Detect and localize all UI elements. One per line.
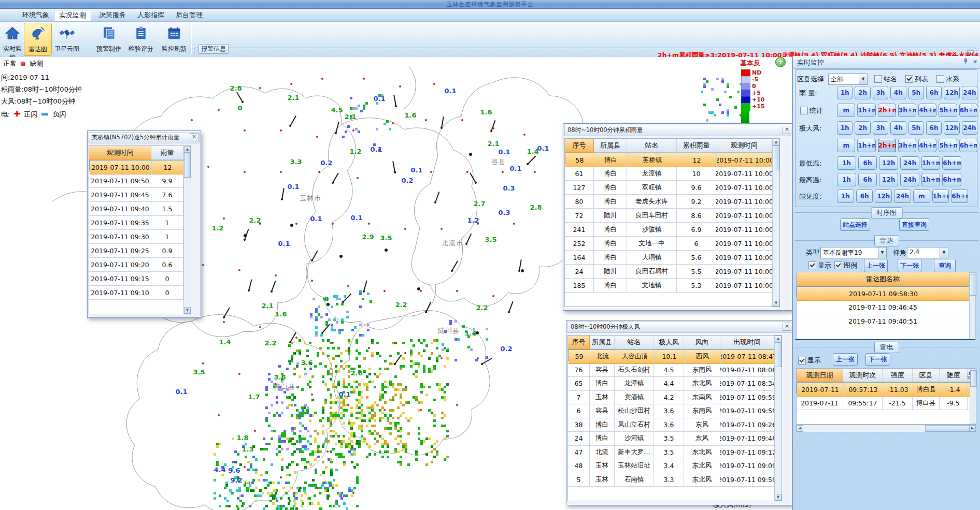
period-button[interactable]: m — [837, 139, 855, 152]
period-button[interactable]: 6h — [858, 156, 877, 170]
column-header-4[interactable]: 累积雨量 — [677, 139, 716, 153]
lightning-prev-button[interactable]: 上一张 — [833, 353, 858, 366]
table-row[interactable]: 2019-07-11 10:0012 — [89, 160, 184, 171]
period-button[interactable]: 3h — [873, 121, 888, 135]
period-button[interactable]: 5h+m — [939, 104, 957, 117]
period-button[interactable]: 1h+m — [921, 156, 941, 170]
radar-type-select[interactable]: 基本反射率19▼ — [820, 247, 887, 258]
scroll-right-icon[interactable]: ▶ — [969, 425, 976, 432]
table-row[interactable]: 7玉林卖酒镇4.2东南风2019-07-11 09:59 — [568, 391, 782, 405]
period-button[interactable]: 1h — [837, 156, 856, 170]
table-row[interactable]: 61博白龙潭镇102019-07-11 10:00 — [565, 167, 779, 181]
period-button[interactable]: 6h+m — [942, 173, 961, 186]
radar-list-item[interactable]: 2019-07-11 09:58:30 — [797, 286, 971, 298]
station-select-button[interactable]: 站点选择 — [840, 218, 870, 231]
table-row[interactable]: 65博白龙潭镇4.4东北风2019-07-11 08:34 — [568, 377, 782, 391]
period-button[interactable]: 2h+m — [878, 139, 896, 152]
table-row[interactable]: 59北流大容山顶10.1西风2019-07-11 08:47 — [568, 349, 775, 361]
column-header-5[interactable]: 观测时间 — [716, 139, 772, 153]
radar-list-scrollbar[interactable] — [969, 272, 976, 340]
period-button[interactable]: 4h — [890, 86, 906, 99]
scroll-down-icon[interactable]: ▼ — [773, 300, 779, 307]
scrollbar-thumb[interactable] — [184, 153, 191, 178]
close-icon[interactable]: × — [783, 323, 791, 331]
period-button[interactable]: 3h+m — [898, 139, 916, 152]
table-row[interactable]: 185博白文地镇5.32019-07-11 10:00 — [565, 279, 779, 293]
period-button[interactable]: 6h — [926, 86, 942, 99]
table-row[interactable]: 38博白凤山立石村3.6东风2019-07-11 09:26 — [568, 418, 782, 432]
lightning-show-checkbox[interactable] — [798, 357, 806, 365]
radar-elev-select[interactable]: 2.4▼ — [907, 247, 948, 258]
scroll-up-icon[interactable]: ▲ — [775, 336, 782, 342]
table-row[interactable]: 2019-07-11 09:401.5 — [89, 202, 191, 216]
table-row[interactable]: 2019-07-11 09:250.9 — [89, 244, 191, 258]
period-button[interactable]: 1h+m — [857, 139, 875, 152]
table-row[interactable]: 6容县松山沙田村3.6东南风2019-07-11 09:59 — [568, 404, 782, 418]
close-icon[interactable]: ✕ — [971, 58, 979, 66]
panel-titlebar[interactable]: 英桥镇(N5702)逐5分钟累计雨量 — [89, 132, 200, 143]
query-button[interactable]: 查询 — [934, 259, 956, 272]
scroll-left-icon[interactable]: ◀ — [797, 425, 803, 432]
period-button[interactable]: 3h — [873, 86, 888, 99]
panel-scrollbar[interactable]: ▲▼ — [774, 336, 782, 501]
lightning-column-header[interactable]: 观测日期 — [797, 369, 843, 382]
period-button[interactable]: 1h — [837, 190, 854, 203]
period-button[interactable]: 5h+m — [939, 139, 957, 152]
next-image-button[interactable]: 下一张 — [898, 259, 921, 272]
table-row[interactable]: 164博白大垌镇5.62019-07-11 10:00 — [565, 251, 779, 265]
period-button[interactable]: 6h+m — [942, 156, 961, 170]
legend-checkbox[interactable] — [834, 261, 842, 269]
direct-query-button[interactable]: 直接查询 — [899, 218, 929, 231]
lightning-next-button[interactable]: 下一张 — [865, 353, 890, 366]
period-button[interactable]: 12h — [879, 156, 898, 170]
table-row[interactable]: 5玉林石南镇3.3东北风2019-07-11 09:59 — [568, 473, 782, 487]
legend-add-button[interactable]: + — [775, 57, 786, 67]
column-header-1[interactable]: 序号 — [568, 336, 590, 349]
period-button[interactable]: 6h+m — [959, 104, 977, 117]
scrollbar-thumb[interactable] — [925, 425, 970, 432]
table-row[interactable]: 47北流新丰大罗…3.5东北风2019-07-11 09:12 — [568, 446, 782, 460]
period-button[interactable]: 1h+m — [921, 173, 941, 186]
scroll-down-icon[interactable]: ▼ — [775, 494, 782, 501]
period-button[interactable]: 2h+m — [878, 104, 896, 117]
scroll-up-icon[interactable]: ▲ — [773, 139, 779, 145]
panel-scrollbar[interactable]: ▲▼ — [183, 146, 191, 314]
table-row[interactable]: 80博白老虎头水库9.22019-07-11 10:00 — [565, 195, 779, 209]
period-button[interactable]: 5h — [908, 86, 924, 99]
table-row[interactable]: 2019-07-11 09:200.6 — [89, 258, 191, 272]
column-header-2[interactable]: 雨量 — [151, 146, 183, 160]
table-row[interactable]: 2019-07-11 09:509.9 — [89, 174, 191, 188]
period-button[interactable]: 12h — [944, 86, 959, 99]
scrollbar-thumb[interactable] — [773, 145, 779, 170]
period-button[interactable]: 1h+m — [857, 104, 875, 117]
column-header-3[interactable]: 站名 — [627, 139, 677, 153]
period-button[interactable]: 12h — [879, 173, 898, 186]
period-button[interactable]: 2h — [855, 86, 870, 99]
table-row[interactable]: 2019-07-11 09:351 — [89, 216, 191, 230]
table-row[interactable]: 127博白双旺镇9.62019-07-11 10:00 — [565, 181, 779, 195]
period-button[interactable]: 3h+m — [898, 104, 916, 117]
period-button[interactable]: 24h — [962, 121, 977, 135]
district-select[interactable]: 全部▼ — [828, 74, 868, 85]
period-button[interactable]: 2h — [855, 121, 870, 135]
scroll-up-icon[interactable]: ▲ — [184, 146, 191, 153]
lightning-row[interactable]: 2019-07-1109:55:17-21.5博白县-9.511 — [797, 396, 976, 410]
lightning-column-header[interactable]: 区县 — [913, 369, 940, 382]
panel-scrollbar[interactable]: ▲▼ — [772, 139, 779, 307]
pin-icon[interactable] — [962, 58, 970, 66]
column-header-5[interactable]: 风向 — [684, 336, 720, 349]
period-button[interactable]: 6h+m — [951, 190, 968, 203]
prev-image-button[interactable]: 上一张 — [864, 259, 888, 272]
table-row[interactable]: 72陆川良田车田村8.62019-07-11 10:00 — [565, 209, 779, 223]
period-button[interactable]: 4h+m — [918, 139, 936, 152]
period-button[interactable]: 6h — [858, 173, 877, 186]
period-button[interactable]: 1h — [837, 86, 853, 99]
period-button[interactable]: 24h — [900, 173, 919, 186]
period-button[interactable]: 1h — [837, 121, 853, 135]
period-button[interactable]: 6h — [926, 121, 942, 135]
period-button[interactable]: 24h — [900, 156, 919, 170]
period-button[interactable]: 6h — [856, 190, 873, 203]
stat-checkbox[interactable] — [800, 107, 808, 114]
show-checkbox[interactable] — [808, 261, 816, 269]
radar-list-item[interactable]: 2019-07-11 09:46:45 — [797, 300, 975, 314]
